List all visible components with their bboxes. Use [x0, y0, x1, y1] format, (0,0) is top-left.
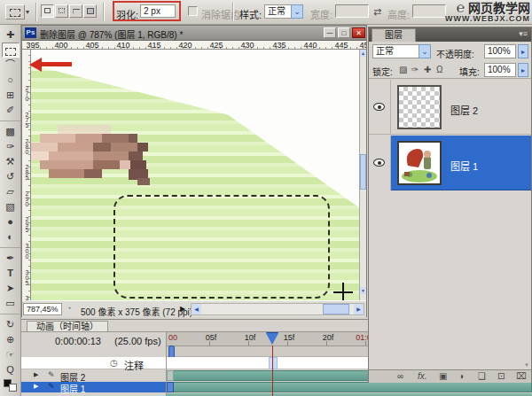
document-title-bar[interactable]: Ps 删除图层 @ 787% (图层 1, RGB/8) * — □ ✕	[22, 26, 366, 41]
lock-paint-icon[interactable]: ✑	[411, 65, 419, 74]
playhead-marker[interactable]	[266, 333, 278, 345]
stopwatch-icon[interactable]: ◷	[110, 358, 118, 368]
timeline-row-layer1[interactable]: ▶ ✎ 图层 1	[21, 382, 532, 392]
pen-tool[interactable]: ✒	[2, 251, 20, 266]
intersect-selection-button[interactable]	[83, 4, 97, 18]
track-start-notch	[167, 370, 174, 381]
ruler-label: 290	[23, 190, 30, 206]
scroll-down-icon[interactable]: ▼	[360, 287, 366, 294]
orbit-3d-tool[interactable]: ⊕	[2, 332, 20, 347]
selection-marquee[interactable]	[113, 195, 330, 299]
layer-style-icon[interactable]: fx.	[418, 371, 427, 381]
delete-layer-icon[interactable]: ⌧	[516, 371, 527, 381]
clone-stamp-tool[interactable]: ⚒	[2, 154, 20, 169]
expand-arrow-icon[interactable]: ▶	[34, 371, 38, 378]
photoshop-window: ▾ 羽化: 2 px 消除锯齿 样式: 正常 ⌄ 宽度: ⇄ 高度: ℮ 网页教…	[0, 0, 532, 396]
layer-thumbnail[interactable]	[397, 141, 442, 185]
new-layer-icon[interactable]: ⊡	[497, 371, 505, 381]
type-tool[interactable]: T	[2, 266, 20, 281]
visibility-eye-icon[interactable]	[373, 103, 385, 111]
layers-panel-tab-strip: 图层 ▾≡	[369, 27, 531, 42]
visibility-column[interactable]	[369, 80, 391, 135]
adjustment-layer-icon[interactable]: ◑	[458, 371, 464, 381]
lock-transparency-icon[interactable]: ▨	[399, 65, 407, 74]
rotate-3d-tool[interactable]: ↻	[2, 317, 20, 332]
watermark-logo-icon: ℮	[457, 0, 466, 15]
crosshair-cursor	[333, 283, 353, 300]
quick-selection-tool[interactable]: ○	[2, 73, 20, 88]
antialias-checkbox[interactable]	[188, 6, 198, 16]
gradient-tool[interactable]: ▧	[2, 199, 20, 214]
lasso-tool[interactable]: ⌒	[2, 58, 20, 73]
visibility-column[interactable]	[369, 136, 391, 190]
scrollbar-thumb[interactable]	[360, 154, 366, 190]
marquee-preset-button[interactable]	[5, 4, 25, 19]
visibility-eye-icon[interactable]	[373, 159, 385, 167]
hand-tool[interactable]: ☞	[2, 347, 20, 362]
fill-spinner-icon[interactable]: ▸	[518, 63, 528, 77]
layer-mask-icon[interactable]: ▣	[439, 371, 447, 381]
eyedropper-tool[interactable]: ✐	[2, 103, 20, 118]
opacity-field[interactable]: 100%	[484, 44, 516, 58]
layer-list: ▲ 图层 2	[369, 80, 531, 369]
background-color-swatch[interactable]	[9, 384, 17, 392]
layer-group-icon[interactable]: ❑	[478, 371, 486, 381]
style-dropdown-arrow-icon[interactable]: ⌄	[291, 4, 303, 19]
ruler-label: 285	[23, 164, 30, 180]
zoom-level-field[interactable]: 787,45%	[23, 303, 62, 315]
layers-tab[interactable]: 图层	[372, 28, 416, 42]
canvas[interactable]	[31, 50, 359, 300]
maximize-button[interactable]: □	[338, 27, 350, 38]
dodge-tool[interactable]: ◐	[2, 229, 20, 245]
blend-dropdown-arrow-icon[interactable]: ⌄	[419, 44, 431, 58]
layer-row-layer2[interactable]: 图层 2	[369, 80, 531, 135]
rectangular-marquee-tool[interactable]	[2, 43, 20, 58]
scroll-right-icon[interactable]: ▶	[354, 304, 364, 314]
color-swatches[interactable]	[2, 377, 20, 393]
layer-name[interactable]: 图层 1	[450, 159, 478, 173]
zoom-tool[interactable]: Q	[2, 362, 20, 377]
lock-position-icon[interactable]: ✚	[424, 65, 431, 74]
path-selection-tool[interactable]: ➤	[2, 281, 20, 296]
opacity-spinner-icon[interactable]: ▸	[518, 44, 528, 58]
history-brush-tool[interactable]: ↺	[2, 169, 20, 184]
canvas-horizontal-scrollbar[interactable]: ◀ ▶	[191, 303, 364, 315]
ruler-label: 405	[85, 41, 98, 50]
close-button[interactable]: ✕	[352, 27, 365, 38]
rectangle-tool[interactable]: ▭	[2, 296, 20, 311]
eraser-tool[interactable]: ▱	[2, 184, 20, 199]
layer-name[interactable]: 图层 2	[450, 103, 478, 117]
lock-all-icon[interactable]: Ω	[436, 65, 442, 74]
layer-row-layer1[interactable]: 图层 1	[369, 136, 531, 190]
layer1-track[interactable]	[167, 382, 532, 392]
swap-dimensions-icon[interactable]: ⇄	[373, 6, 381, 18]
crop-tool[interactable]: ⊞	[2, 88, 20, 103]
blur-tool[interactable]: ●	[2, 214, 20, 229]
altered-brush-icon: ✎	[48, 370, 55, 379]
new-selection-button[interactable]	[41, 4, 54, 18]
scrollbar-thumb[interactable]	[323, 304, 349, 314]
preset-dropdown-arrow-icon[interactable]: ▾	[26, 8, 29, 16]
scroll-up-icon[interactable]: ▲	[360, 50, 366, 57]
layer-thumbnail[interactable]	[397, 85, 442, 129]
scroll-left-icon[interactable]: ◀	[192, 304, 201, 314]
document-window: Ps 删除图层 @ 787% (图层 1, RGB/8) * — □ ✕ 395…	[21, 25, 367, 317]
expand-arrow-icon[interactable]: ▶	[34, 383, 38, 390]
ruler-label: 395	[26, 41, 39, 50]
brush-tool[interactable]: ✑	[2, 139, 20, 154]
subtract-selection-button[interactable]	[69, 4, 82, 18]
ruler-label: 420	[178, 41, 192, 50]
minimize-button[interactable]: —	[324, 27, 336, 38]
comment-keyframe-marker[interactable]	[269, 357, 278, 369]
add-selection-button[interactable]	[55, 4, 68, 18]
status-menu-arrow-icon[interactable]: ▶	[180, 305, 185, 313]
canvas-vertical-scrollbar[interactable]: ▲ ▼	[359, 50, 366, 300]
style-label: 样式:	[239, 7, 262, 21]
fill-label: 填充:	[459, 65, 480, 78]
panel-menu-icon[interactable]: ▾≡	[519, 29, 528, 38]
move-tool[interactable]: ✚	[2, 27, 20, 43]
fill-field[interactable]: 100%	[484, 63, 516, 77]
scroll-down-icon[interactable]: ▼	[524, 362, 529, 368]
link-layers-icon[interactable]: ∞	[397, 371, 403, 381]
spot-healing-brush-tool[interactable]: ▩	[2, 124, 20, 139]
